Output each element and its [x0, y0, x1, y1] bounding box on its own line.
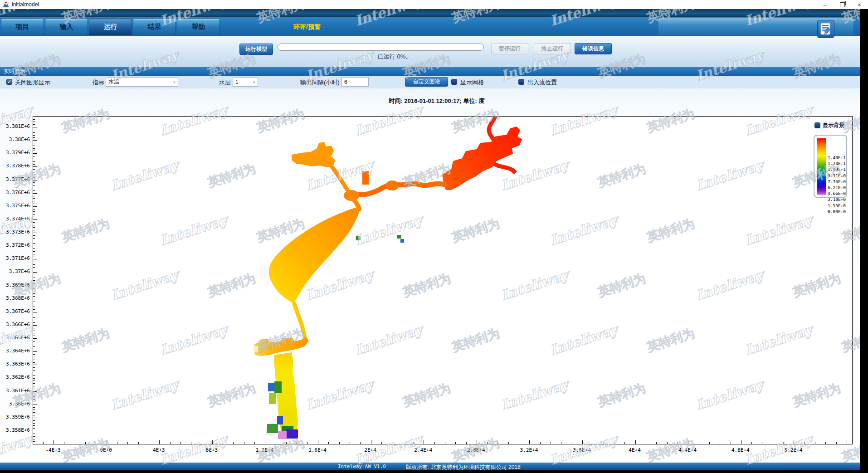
y-tick-label: 3.359E+6 — [0, 414, 30, 420]
show-grid-checkbox[interactable] — [451, 79, 457, 85]
cell-blue-west — [268, 383, 274, 391]
y-minor-tick — [33, 262, 35, 262]
y-minor-tick — [33, 354, 35, 355]
error-info-button[interactable]: 错误信息 — [575, 43, 612, 54]
x-minor-tick — [371, 442, 371, 444]
x-minor-tick — [487, 442, 488, 444]
legend-value: 1.40E+1 — [828, 155, 847, 160]
minimize-button[interactable]: – — [816, 0, 834, 9]
y-minor-tick — [33, 365, 35, 365]
x-minor-tick — [424, 442, 424, 444]
x-minor-tick — [149, 442, 149, 444]
map-svg — [33, 117, 852, 444]
y-minor-tick — [33, 259, 35, 259]
plot-area: 显示背景 1.40E+11.24E+11.09E+19.31E+07.76E+0… — [33, 116, 853, 444]
y-tick-label: 3.376E+6 — [0, 190, 30, 195]
footer-version: Intelway-AW V1.0 — [338, 463, 386, 469]
tab-env-warning[interactable]: 环评/预警 — [293, 23, 321, 31]
tab-5[interactable]: 帮助 — [177, 18, 220, 35]
y-minor-tick — [33, 325, 35, 326]
x-minor-tick — [466, 442, 467, 444]
x-minor-tick — [688, 442, 688, 444]
x-minor-tick — [593, 442, 593, 444]
y-minor-tick — [33, 190, 35, 191]
chevron-down-icon: ∨ — [173, 79, 176, 84]
x-minor-tick — [815, 442, 815, 444]
x-minor-tick — [307, 442, 308, 444]
layer-label: 水层 — [219, 78, 231, 87]
x-minor-tick — [497, 442, 498, 444]
x-minor-tick — [328, 442, 329, 444]
y-minor-tick — [33, 370, 35, 371]
y-minor-tick — [33, 431, 35, 431]
y-minor-tick — [33, 219, 35, 220]
stop-run-button[interactable]: 终止运行 — [534, 43, 571, 54]
y-minor-tick — [33, 360, 35, 360]
tab-3[interactable]: 运行 — [89, 18, 132, 35]
y-minor-tick — [33, 386, 35, 386]
y-minor-tick — [33, 278, 35, 278]
y-minor-tick — [33, 312, 35, 312]
y-minor-tick — [33, 143, 35, 143]
custom-colormap-button[interactable]: 自定义图谱 — [405, 77, 448, 87]
y-tick-label: 3.366E+6 — [0, 322, 30, 327]
indicator-select[interactable]: 水温 ∨ — [106, 77, 178, 87]
x-minor-tick — [646, 442, 646, 444]
cell-green-west — [274, 381, 282, 393]
show-background-checkbox[interactable] — [814, 122, 820, 128]
pause-run-button[interactable]: 暂停运行 — [491, 43, 528, 54]
tab-2[interactable]: 输入 — [45, 18, 88, 35]
y-tick-label: 3.377E+6 — [0, 176, 30, 182]
layer-select[interactable]: 1 ∨ — [233, 77, 258, 87]
window-controls: – × — [816, 0, 868, 9]
y-minor-tick — [33, 428, 35, 429]
x-minor-tick — [244, 442, 244, 444]
x-minor-tick — [741, 442, 741, 444]
x-minor-tick — [794, 442, 794, 444]
status-footer: Intelway-AW V1.0 版权所有: 北京英特利为环境科技有限公司 20… — [0, 463, 860, 470]
y-tick-label: 3.368E+6 — [0, 295, 30, 301]
x-tick-label: 2.4E+4 — [407, 447, 439, 453]
cell-blue-mid — [277, 416, 283, 424]
document-edit-icon[interactable] — [817, 20, 834, 38]
y-tick-label: 3.373E+6 — [0, 229, 30, 235]
x-minor-tick — [85, 442, 86, 444]
tab-4[interactable]: 结果 — [133, 18, 176, 35]
x-minor-tick — [825, 442, 826, 444]
y-minor-tick — [33, 182, 35, 183]
speck-blue-east — [400, 239, 404, 243]
x-minor-tick — [180, 442, 181, 444]
cell-yellowgreen-west — [269, 393, 276, 404]
north-stub — [362, 171, 369, 185]
x-minor-tick — [582, 442, 583, 444]
y-tick-label: 3.367E+6 — [0, 308, 30, 314]
y-minor-tick — [33, 317, 35, 318]
y-minor-tick — [33, 241, 35, 241]
x-minor-tick — [159, 442, 160, 444]
speck-green-lake-edge — [356, 236, 361, 240]
y-minor-tick — [33, 222, 35, 223]
y-minor-tick — [33, 410, 35, 410]
y-minor-tick — [33, 235, 35, 236]
y-minor-tick — [33, 415, 35, 415]
x-minor-tick — [434, 442, 435, 444]
x-minor-tick — [297, 442, 297, 444]
show-grid-label: 显示网格 — [460, 78, 484, 87]
indicator-label: 指标 — [93, 78, 104, 87]
legend-value: 9.31E+0 — [828, 173, 847, 178]
minimize-icon: – — [823, 1, 826, 8]
x-minor-tick — [445, 442, 445, 444]
interval-input[interactable] — [341, 77, 369, 87]
restore-button[interactable] — [834, 0, 851, 9]
x-minor-tick — [635, 442, 636, 444]
y-minor-tick — [33, 169, 35, 170]
x-tick-label: 2E+4 — [355, 447, 386, 453]
y-minor-tick — [33, 137, 35, 138]
water-body — [254, 117, 522, 439]
document-pencil-glyph — [820, 23, 832, 35]
close-button[interactable]: × — [851, 0, 868, 9]
flow-position-checkbox[interactable] — [518, 79, 524, 85]
x-tick-label: 4E+4 — [619, 447, 651, 453]
y-tick-label: 3.378E+6 — [0, 163, 30, 169]
run-model-button[interactable]: 运行模型 — [239, 44, 273, 55]
